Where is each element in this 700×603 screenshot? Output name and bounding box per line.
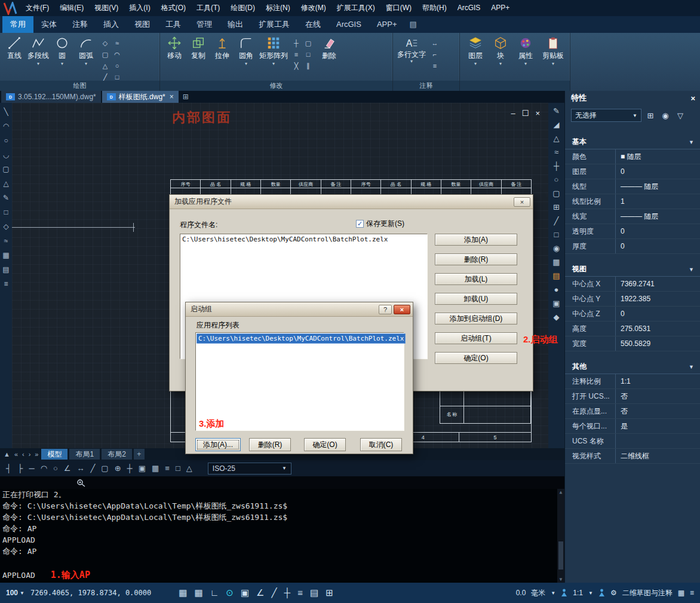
close-panel-icon[interactable]: × [690, 94, 695, 103]
workspace-label[interactable]: 二维草图与注释 [622, 588, 673, 598]
close-icon[interactable]: × [535, 109, 540, 118]
close-dialog-icon[interactable]: × [514, 197, 530, 207]
status-toggle-icon[interactable]: ∟ [210, 587, 219, 598]
props-section-misc[interactable]: 其他 ▼ [565, 360, 700, 374]
right-toolbar-icon[interactable]: ▢ [552, 189, 560, 198]
stretch-tool[interactable]: 拉伸 [210, 34, 234, 61]
copy-tool[interactable]: 复制 [186, 34, 210, 61]
annotation-tool-icon[interactable]: □ [176, 464, 180, 473]
dialog-button[interactable]: 加载(L) [435, 273, 517, 285]
annotation-tool-icon[interactable]: ↔ [77, 464, 85, 473]
block-panel-button[interactable]: 块 ▾ [489, 34, 512, 66]
line-tool[interactable]: 直线 [2, 34, 26, 61]
dialog-title-bar[interactable]: 加载应用程序文件 × [170, 195, 533, 209]
right-toolbar-icon[interactable]: ▤ [552, 271, 560, 280]
property-value[interactable]: ——— 随层 [615, 209, 700, 224]
dropdown-caret-icon[interactable]: ▾ [499, 62, 502, 66]
menu-item[interactable]: 视图(V) [89, 0, 124, 16]
dropdown-caret-icon[interactable]: ▾ [37, 62, 39, 66]
left-toolbar-icon[interactable]: ▤ [2, 265, 9, 274]
rect-array-tool[interactable]: 矩形阵列 ▾ [258, 34, 289, 66]
grid-display-icon[interactable]: ▦ [678, 589, 684, 597]
right-toolbar-icon[interactable]: △ [554, 134, 560, 143]
close-dialog-icon[interactable]: × [394, 305, 410, 314]
toggle-pickadd-icon[interactable]: ⊞ [644, 109, 656, 121]
hamburger-menu-icon[interactable]: ≡ [690, 589, 694, 597]
annotation-tool-icon[interactable]: ├ [17, 464, 23, 473]
right-toolbar-icon[interactable]: ┼ [554, 161, 559, 170]
properties-panel-button[interactable]: 属性 ▾ [512, 34, 539, 66]
status-toggle-icon[interactable]: ∠ [256, 587, 264, 598]
status-toggle-icon[interactable]: ┼ [284, 587, 291, 598]
circle-tool[interactable]: 圆 ▾ [50, 34, 74, 66]
annotation-tool-icon[interactable]: △ [186, 464, 192, 473]
property-value[interactable]: 否 [615, 389, 700, 403]
dim-style-select[interactable]: ISO-25 ▼ [208, 463, 291, 475]
property-value[interactable] [615, 434, 700, 448]
layers-panel-button[interactable]: 图层 ▾ [462, 34, 489, 66]
command-prompt[interactable]: APPLOAD [2, 571, 35, 580]
startup-app-list[interactable]: C:\Users\hisetec\Desktop\MyCADControl\Ba… [195, 332, 404, 431]
dropdown-caret-icon[interactable]: ▾ [85, 62, 87, 66]
command-scrollbar[interactable]: ▲ ▼ [557, 489, 564, 583]
last-layout-icon[interactable]: » [33, 451, 39, 458]
right-toolbar-icon[interactable]: ◆ [554, 313, 560, 322]
tab-solid[interactable]: 实体 [33, 16, 65, 33]
document-tab-1[interactable]: D 3.05.192...150MM).dwg* [1, 91, 101, 103]
menu-item[interactable]: 扩展工具(X) [331, 0, 380, 16]
tab-layout2[interactable]: 布局2 [102, 449, 132, 460]
right-toolbar-icon[interactable]: ◉ [553, 244, 560, 253]
annotate-small-tool-icon[interactable]: ↔ [429, 38, 441, 49]
draw-small-tool-icon[interactable]: ○ [111, 60, 123, 72]
scrollbar-thumb[interactable] [558, 541, 563, 570]
dialog-button[interactable]: 确定(O) [435, 352, 517, 364]
annotation-tool-icon[interactable]: ╱ [91, 464, 96, 473]
clipboard-panel-button[interactable]: 剪贴板 ▾ [539, 34, 567, 66]
menu-item[interactable]: 文件(F) [20, 0, 54, 16]
dropdown-caret-icon[interactable]: ▾ [410, 59, 413, 63]
quick-select-icon[interactable]: ▽ [674, 109, 686, 121]
annotation-visibility-person-icon[interactable] [598, 589, 605, 597]
left-toolbar-icon[interactable]: ◠ [3, 122, 9, 130]
property-value[interactable]: ■ 随层 [615, 149, 700, 164]
search-plus-icon[interactable] [76, 479, 86, 487]
left-toolbar-icon[interactable]: ▦ [2, 251, 9, 259]
props-section-view[interactable]: 视图 ▼ [565, 262, 700, 277]
left-toolbar-icon[interactable]: □ [4, 208, 8, 216]
property-value[interactable]: 550.5829 [615, 336, 700, 351]
unit-label[interactable]: 毫米 [531, 588, 545, 598]
annotate-small-tool-icon[interactable]: ≡ [429, 60, 441, 72]
prev-layout-icon[interactable]: ‹ [21, 451, 26, 458]
modify-small-tool-icon[interactable]: ▢ [302, 38, 314, 49]
property-value[interactable]: ——— 随层 [615, 179, 700, 194]
scroll-down-icon[interactable]: ▼ [557, 577, 564, 582]
collapse-section-icon[interactable]: ▼ [689, 139, 694, 145]
dialog-title-bar[interactable]: 启动组 ? × [186, 302, 413, 317]
draw-small-tool-icon[interactable]: ◠ [111, 49, 123, 60]
tab-online[interactable]: 在线 [297, 16, 328, 33]
annotation-tool-icon[interactable]: ▦ [152, 464, 159, 473]
status-toggle-icon[interactable]: ⊙ [226, 587, 234, 598]
property-value[interactable]: 否 [615, 404, 700, 418]
property-value[interactable]: 0 [615, 224, 700, 238]
command-line-panel[interactable]: 正在打印视口 2。命令: C:\Users\hisetec\AppData\Lo… [0, 489, 564, 583]
annotation-tool-icon[interactable]: ▣ [139, 464, 146, 473]
gear-icon[interactable]: ⚙ [610, 589, 617, 597]
menu-item[interactable]: 格式(O) [156, 0, 191, 16]
close-tab-icon[interactable]: × [170, 93, 174, 101]
property-value[interactable]: 是 [615, 419, 700, 433]
dropdown-caret-icon[interactable]: ▾ [245, 62, 247, 66]
dialog-button[interactable]: 添加到启动组(D) [435, 313, 517, 325]
ribbon-collapse-icon[interactable]: ▤ [405, 16, 422, 33]
modify-small-tool-icon[interactable]: ∥ [302, 60, 314, 72]
status-toggle-icon[interactable]: ▣ [241, 587, 249, 598]
right-toolbar-icon[interactable]: ▦ [552, 258, 560, 267]
checkbox-checked-icon[interactable]: ✓ [356, 220, 364, 228]
left-toolbar-icon[interactable]: △ [3, 179, 8, 188]
status-toggle-icon[interactable]: ⊞ [326, 587, 333, 598]
draw-small-tool-icon[interactable]: ▢ [99, 49, 111, 60]
dialog-button[interactable]: 删除(R) [435, 253, 517, 265]
dropdown-caret-icon[interactable]: ▾ [474, 62, 477, 66]
status-toggle-icon[interactable]: ╱ [272, 587, 277, 598]
modify-small-tool-icon[interactable]: ≡ [290, 49, 302, 60]
